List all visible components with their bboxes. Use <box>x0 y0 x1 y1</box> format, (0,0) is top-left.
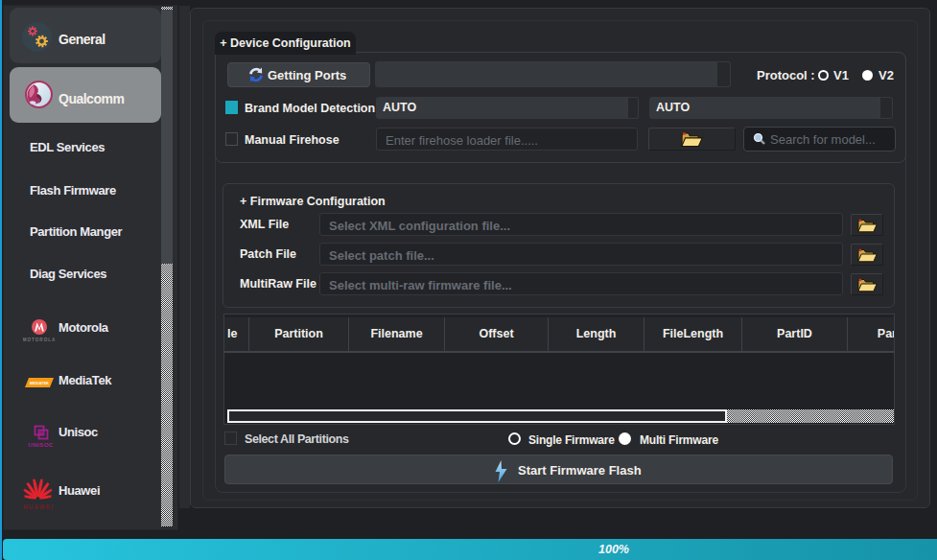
svg-text:HUAWEI: HUAWEI <box>23 503 54 510</box>
svg-text:MOTOROLA: MOTOROLA <box>23 338 56 342</box>
svg-text:UNISOC: UNISOC <box>28 441 54 448</box>
svg-text:MEDIATEK: MEDIATEK <box>30 382 49 385</box>
